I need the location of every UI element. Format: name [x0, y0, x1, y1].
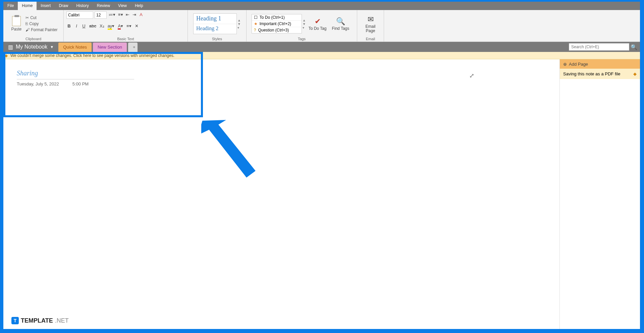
page-time: 5:00 PM [72, 81, 89, 86]
page-date: Tuesday, July 5, 2022 [17, 81, 59, 86]
tag-question[interactable]: ?Question (Ctrl+3) [252, 27, 302, 33]
merge-warning-text: We couldn't merge some changes. Click he… [10, 53, 174, 58]
paste-icon [12, 16, 21, 26]
add-section-button[interactable]: + [128, 43, 138, 53]
todo-tag-button[interactable]: ✔ To Do Tag [306, 15, 329, 32]
cut-button[interactable]: ✂Cut [25, 15, 57, 20]
logo-suffix: .NET [55, 317, 69, 324]
strikethrough-button[interactable]: abc [89, 23, 97, 29]
tag-important-label: Important (Ctrl+2) [260, 21, 291, 26]
tags-down-icon[interactable]: ▼ [303, 22, 306, 26]
ribbon-group-basic-text: ≔▾ ≡▾ ⇤ ⇥ A B I U abc X₂ ay▾ A▾ ≡▾ ✕ [64, 10, 188, 42]
question-icon: ? [254, 28, 256, 32]
style-heading2[interactable]: Heading 2 [194, 24, 236, 34]
tag-important[interactable]: ★Important (Ctrl+2) [252, 21, 302, 27]
search-icon[interactable]: 🔍 [631, 44, 637, 50]
section-tabs-bar: ▥ My Notebook ▼ Quick Notes New Section … [3, 42, 640, 52]
styles-down-icon[interactable]: ▼ [237, 22, 241, 26]
checkbox-icon: ☐ [254, 15, 258, 20]
page-entry-title: Saving this note as a PDF file [563, 71, 621, 76]
paste-label: Paste [11, 27, 21, 31]
font-name-select[interactable] [66, 11, 93, 19]
chevron-down-icon: ▼ [50, 45, 54, 49]
indent-button[interactable]: ⇥ [132, 11, 137, 19]
basic-text-group-label: Basic Text [117, 36, 134, 41]
cut-label: Cut [30, 15, 37, 20]
styles-gallery[interactable]: Heading 1 Heading 2 [193, 13, 237, 34]
menu-review[interactable]: Review [93, 2, 114, 10]
envelope-icon: ✉ [368, 14, 374, 24]
ribbon-group-email: ✉ Email Page Email [357, 10, 384, 42]
copy-button[interactable]: ⎘Copy [25, 21, 57, 26]
scissors-icon: ✂ [25, 15, 29, 20]
styles-more-icon[interactable]: ▾ [237, 26, 241, 29]
copy-label: Copy [29, 21, 39, 26]
font-size-select[interactable] [95, 11, 107, 19]
tab-new-section[interactable]: New Section [93, 43, 127, 53]
svg-marker-0 [201, 117, 256, 185]
tab-quick-notes[interactable]: Quick Notes [58, 43, 92, 53]
pages-panel: ⊕ Add Page Saving this note as a PDF fil… [559, 59, 640, 329]
style-heading1[interactable]: Heading 1 [194, 14, 236, 24]
menu-bar: File Home Insert Draw History Review Vie… [3, 2, 640, 10]
copy-icon: ⎘ [25, 21, 28, 26]
menu-view[interactable]: View [114, 2, 131, 10]
numbering-button[interactable]: ≡▾ [117, 11, 124, 19]
page-list-item[interactable]: Saving this note as a PDF file ◆ [560, 69, 640, 79]
menu-help[interactable]: Help [131, 2, 147, 10]
star-icon: ★ [254, 21, 258, 26]
menu-home[interactable]: Home [18, 2, 37, 10]
menu-history[interactable]: History [72, 2, 93, 10]
bullets-button[interactable]: ≔▾ [108, 11, 116, 19]
tag-question-label: Question (Ctrl+3) [258, 28, 289, 32]
ribbon: Paste ✂Cut ⎘Copy 🖌Format Painter Clipboa… [3, 10, 640, 42]
ribbon-group-clipboard: Paste ✂Cut ⎘Copy 🖌Format Painter Clipboa… [3, 10, 64, 42]
page-title[interactable]: Sharing [17, 69, 546, 78]
italic-button[interactable]: I [74, 23, 79, 29]
menu-draw[interactable]: Draw [55, 2, 72, 10]
find-tags-button[interactable]: 🔍 Find Tags [329, 15, 352, 32]
styles-up-icon[interactable]: ▲ [237, 18, 241, 22]
title-underline [17, 79, 134, 79]
warning-icon: ◆ [5, 53, 8, 58]
notebook-selector[interactable]: ▥ My Notebook ▼ [3, 42, 58, 52]
bold-button[interactable]: B [66, 23, 72, 29]
align-button[interactable]: ≡▾ [126, 23, 132, 29]
add-page-label: Add Page [569, 62, 588, 67]
search-area: 🔍 [569, 42, 640, 52]
expand-icon[interactable]: ⤢ [469, 72, 474, 79]
todo-tag-label: To Do Tag [309, 26, 327, 31]
page-canvas[interactable]: Sharing Tuesday, July 5, 2022 5:00 PM ⤢ [3, 59, 559, 329]
highlight-button[interactable]: ay▾ [107, 23, 115, 29]
notebook-name: My Notebook [16, 44, 47, 50]
tags-more-icon[interactable]: ▾ [303, 26, 306, 29]
format-painter-label: Format Painter [31, 27, 57, 32]
menu-insert[interactable]: Insert [37, 2, 55, 10]
checkmark-icon: ✔ [315, 16, 321, 26]
merge-warning-bar[interactable]: ◆ We couldn't merge some changes. Click … [3, 52, 640, 59]
menu-file[interactable]: File [3, 2, 18, 10]
outdent-button[interactable]: ⇤ [125, 11, 130, 19]
delete-button[interactable]: ✕ [134, 23, 140, 29]
tags-up-icon[interactable]: ▲ [303, 18, 306, 22]
email-page-button[interactable]: ✉ Email Page [360, 13, 381, 35]
ribbon-group-tags: ☐To Do (Ctrl+1) ★Important (Ctrl+2) ?Que… [247, 10, 357, 42]
paste-button[interactable]: Paste [9, 15, 23, 33]
clipboard-group-label: Clipboard [25, 36, 41, 41]
add-page-button[interactable]: ⊕ Add Page [560, 59, 640, 69]
notebook-icon: ▥ [8, 44, 13, 50]
app-window: File Home Insert Draw History Review Vie… [3, 2, 640, 329]
underline-button[interactable]: U [81, 23, 87, 29]
logo-icon: T [11, 317, 19, 324]
logo-text: TEMPLATE [21, 317, 53, 324]
tag-todo[interactable]: ☐To Do (Ctrl+1) [252, 14, 302, 21]
ribbon-group-styles: Heading 1 Heading 2 ▲ ▼ ▾ Styles [188, 10, 247, 42]
subscript-button[interactable]: X₂ [99, 23, 105, 29]
clear-format-button[interactable]: A [139, 11, 144, 19]
email-group-label: Email [366, 36, 375, 41]
font-color-button[interactable]: A▾ [117, 23, 124, 29]
tags-gallery[interactable]: ☐To Do (Ctrl+1) ★Important (Ctrl+2) ?Que… [252, 14, 302, 34]
format-painter-button[interactable]: 🖌Format Painter [25, 27, 57, 32]
search-input[interactable] [569, 43, 629, 51]
plus-circle-icon: ⊕ [563, 62, 567, 67]
